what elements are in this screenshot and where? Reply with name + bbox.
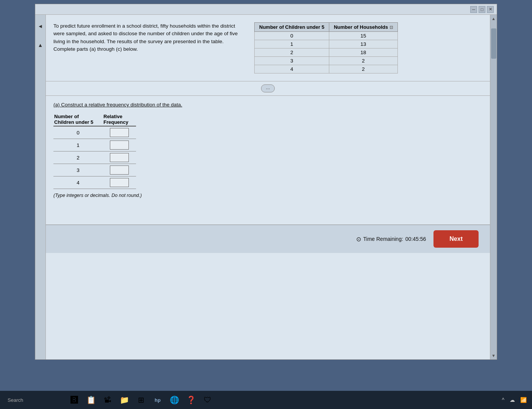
taskbar-icon-hp[interactable]: hp [151, 393, 164, 407]
maximize-btn[interactable]: □ [479, 6, 485, 13]
nav-back-arrow[interactable]: ◄ [37, 22, 44, 30]
children-cell: 3 [255, 57, 329, 65]
timer-label: Time Remaining: [363, 236, 403, 242]
freq-children-cell: 4 [53, 176, 103, 189]
titlebar: ─ □ ✕ [35, 4, 497, 15]
households-cell: 2 [329, 57, 397, 65]
children-cell: 1 [255, 40, 329, 48]
freq-col2-header: RelativeFrequency [103, 113, 136, 126]
data-table: Number of Children under 5 Number of Hou… [254, 22, 398, 73]
scroll-thumb[interactable] [491, 28, 496, 59]
freq-children-cell: 1 [53, 139, 103, 151]
table-row: 1 13 [255, 40, 398, 48]
children-cell: 2 [255, 48, 329, 57]
table-row: 4 2 [255, 65, 398, 73]
taskbar-chevron-icon[interactable]: ^ [500, 397, 506, 403]
left-nav: ◄ ▲ [35, 15, 46, 359]
part-a-section: (a) Construct a relative frequency distr… [46, 96, 490, 202]
freq-value-cell [103, 176, 136, 189]
freq-table: Number ofChildren under 5 RelativeFreque… [53, 113, 136, 189]
col2-header: Number of Households ⊡ [329, 23, 397, 32]
households-cell: 15 [329, 32, 397, 40]
freq-table-row: 3 [53, 164, 136, 176]
taskbar-icon-security[interactable]: 🛡 [201, 393, 214, 407]
households-cell: 2 [329, 65, 397, 73]
freq-table-row: 1 [53, 139, 136, 151]
freq-value-cell [103, 151, 136, 164]
taskbar-right: ^ ☁ 📶 [500, 397, 528, 403]
taskbar-icon-grid[interactable]: ⊞ [134, 393, 148, 407]
hint-text: (Type integers or decimals. Do not round… [53, 193, 479, 198]
bottom-bar: ⊙ Time Remaining: 00:45:56 Next [46, 225, 490, 253]
main-window: ─ □ ✕ ◄ ▲ To predict future enrollment i… [35, 4, 497, 360]
taskbar-search[interactable]: Search [4, 397, 64, 403]
expand-section: ··· [46, 81, 490, 96]
freq-value-cell [103, 164, 136, 176]
table-row: 0 15 [255, 32, 398, 40]
freq-input[interactable] [110, 140, 129, 150]
freq-children-cell: 0 [53, 126, 103, 139]
part-a-title: (a) Construct a relative frequency distr… [53, 102, 479, 108]
freq-input[interactable] [110, 153, 129, 162]
question-text: To predict future enrollment in a school… [53, 22, 243, 73]
freq-value-cell [103, 126, 136, 139]
households-cell: 13 [329, 40, 397, 48]
clock-icon: ⊙ [356, 236, 361, 243]
time-remaining: ⊙ Time Remaining: 00:45:56 [356, 236, 426, 243]
freq-table-row: 4 [53, 176, 136, 189]
data-table-container: Number of Children under 5 Number of Hou… [254, 22, 398, 73]
expand-btn[interactable]: ··· [261, 84, 275, 92]
freq-input[interactable] [110, 128, 129, 137]
freq-value-cell [103, 139, 136, 151]
children-cell: 0 [255, 32, 329, 40]
freq-children-cell: 2 [53, 151, 103, 164]
table-row: 3 2 [255, 57, 398, 65]
freq-input[interactable] [110, 165, 129, 175]
question-panel: To predict future enrollment in a school… [46, 15, 490, 81]
taskbar-icon-teams[interactable]: 📽 [101, 393, 114, 407]
households-cell: 18 [329, 48, 397, 57]
taskbar-icon-edge[interactable]: 🌐 [167, 393, 181, 407]
freq-input[interactable] [110, 178, 129, 187]
close-btn[interactable]: ✕ [487, 6, 494, 13]
freq-col1-header: Number ofChildren under 5 [53, 113, 103, 126]
scroll-up-arrow[interactable]: ▲ [491, 16, 496, 21]
table-row: 2 18 [255, 48, 398, 57]
taskbar-wifi-icon[interactable]: 📶 [519, 397, 528, 403]
timer-value: 00:45:56 [405, 236, 426, 242]
taskbar-icon-help[interactable]: ❓ [184, 393, 198, 407]
next-button[interactable]: Next [433, 230, 479, 248]
scrollbar[interactable]: ▲ ▼ [490, 15, 497, 359]
children-cell: 4 [255, 65, 329, 73]
col1-header: Number of Children under 5 [255, 23, 329, 32]
main-content: To predict future enrollment in a school… [46, 15, 490, 359]
taskbar-icon-taskview[interactable]: 📋 [84, 393, 98, 407]
taskbar-icon-bing[interactable]: 🅱 [67, 393, 81, 407]
table-copy-icon[interactable]: ⊡ [390, 25, 393, 30]
nav-up-arrow[interactable]: ▲ [37, 41, 44, 49]
taskbar: Search 🅱 📋 📽 📁 ⊞ hp 🌐 ❓ 🛡 ^ ☁ 📶 [0, 391, 532, 409]
scroll-down-arrow[interactable]: ▼ [491, 353, 496, 358]
content-area: ◄ ▲ To predict future enrollment in a sc… [35, 15, 497, 359]
taskbar-icon-explorer[interactable]: 📁 [117, 393, 131, 407]
taskbar-network-icon[interactable]: ☁ [508, 397, 516, 403]
freq-children-cell: 3 [53, 164, 103, 176]
freq-table-row: 2 [53, 151, 136, 164]
minimize-btn[interactable]: ─ [470, 6, 477, 13]
freq-table-row: 0 [53, 126, 136, 139]
